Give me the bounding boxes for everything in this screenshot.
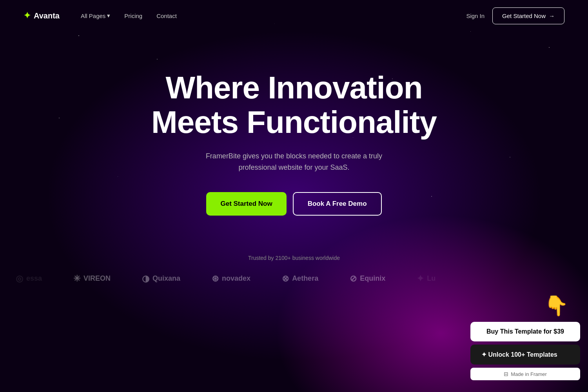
nav-pricing[interactable]: Pricing [119, 9, 148, 22]
nav-pricing-label: Pricing [124, 13, 142, 19]
trusted-label: Trusted by 2100+ business worldwide [248, 255, 340, 261]
framer-icon: ⊟ [504, 371, 508, 377]
equinix-icon: ⊘ [350, 274, 357, 284]
navbar: ✦ Avanta All Pages ▾ Pricing Contact Sig… [0, 0, 588, 31]
logo-icon: ✦ [24, 11, 31, 20]
equinix-name: Equinix [360, 274, 385, 283]
hero-section: Where Innovation Meets Functionality Fra… [0, 31, 588, 216]
vireon-name: VIREON [83, 274, 111, 283]
made-in-framer-badge[interactable]: ⊟ Made in Framer [470, 368, 580, 380]
lu-name: Lu [427, 274, 436, 283]
logo-lu: ✦ Lu [401, 274, 451, 284]
hero-subtitle: FramerBite gives you the blocks needed t… [196, 151, 392, 173]
logo[interactable]: ✦ Avanta [24, 11, 60, 20]
logo-equinix: ⊘ Equinix [334, 274, 401, 284]
quixana-name: Quixana [152, 274, 180, 283]
logo-text: Avanta [34, 11, 60, 20]
hero-title-line1: Where Innovation [165, 70, 422, 105]
nav-contact-label: Contact [156, 13, 177, 19]
get-started-button[interactable]: Get Started Now [206, 192, 286, 216]
nav-contact[interactable]: Contact [151, 9, 182, 22]
nav-cta-label: Get Started Now [502, 13, 546, 19]
aethera-icon: ⊗ [282, 274, 289, 284]
nav-all-pages[interactable]: All Pages ▾ [75, 9, 116, 22]
essa-name: essa [26, 274, 42, 283]
nav-right: Sign In Get Started Now → [466, 7, 564, 24]
essa-icon: ◎ [16, 274, 23, 284]
book-demo-button[interactable]: Book A Free Demo [293, 192, 382, 216]
aethera-name: Aethera [292, 274, 318, 283]
quixana-icon: ◑ [142, 274, 149, 284]
sign-in-link[interactable]: Sign In [466, 13, 485, 19]
hand-pointer-icon: 👇 [544, 294, 568, 317]
logo-novadex: ⊛ novadex [196, 274, 266, 284]
novadex-name: novadex [222, 274, 250, 283]
made-in-framer-label: Made in Framer [511, 371, 547, 377]
logo-quixana: ◑ Quixana [126, 274, 196, 284]
hero-buttons: Get Started Now Book A Free Demo [206, 192, 381, 216]
unlock-templates-button[interactable]: ✦ Unlock 100+ Templates [470, 345, 580, 365]
chevron-down-icon: ▾ [107, 12, 110, 19]
buy-template-button[interactable]: Buy This Template for $39 [470, 322, 580, 341]
arrow-right-icon: → [549, 13, 555, 19]
logo-aethera: ⊗ Aethera [266, 274, 334, 284]
bottom-widgets: 👇 Buy This Template for $39 ✦ Unlock 100… [470, 294, 580, 380]
hero-title-line2: Meets Functionality [151, 105, 437, 140]
lu-icon: ✦ [417, 274, 424, 284]
vireon-icon: ✳ [73, 274, 80, 284]
nav-cta-button[interactable]: Get Started Now → [492, 7, 564, 24]
logo-vireon: ✳ VIREON [58, 274, 126, 284]
hero-title: Where Innovation Meets Functionality [151, 71, 437, 140]
logos-row: ◎ essa ✳ VIREON ◑ Quixana ⊛ novadex ⊗ Ae… [0, 274, 588, 284]
logo-essa: ◎ essa [0, 274, 58, 284]
nav-links: All Pages ▾ Pricing Contact [75, 9, 466, 22]
nav-all-pages-label: All Pages [81, 13, 105, 19]
trusted-section: Trusted by 2100+ business worldwide ◎ es… [0, 255, 588, 284]
novadex-icon: ⊛ [212, 274, 219, 284]
